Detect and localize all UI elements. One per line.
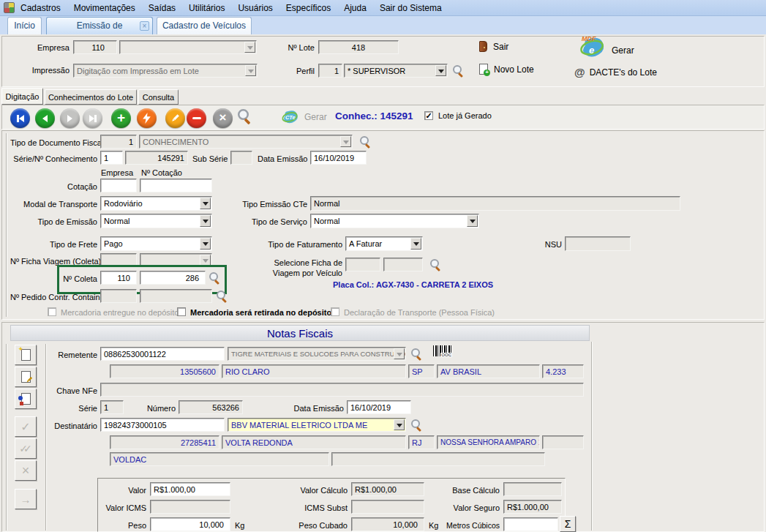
data-emissao-field[interactable]: 16/10/2019 bbox=[310, 151, 367, 165]
valor-icms-field bbox=[150, 500, 230, 514]
toolbar-search-icon[interactable] bbox=[238, 109, 252, 124]
nsu-label: NSU bbox=[527, 238, 562, 252]
nf-serie-field[interactable]: 1 bbox=[100, 400, 124, 414]
destinatario-search-icon[interactable] bbox=[411, 419, 423, 431]
tipo-faturamento-combobox[interactable]: A Faturar bbox=[345, 236, 423, 251]
dropdown-arrow-icon[interactable] bbox=[200, 215, 211, 227]
at-icon: @ bbox=[574, 66, 585, 78]
ficha-veiculo-search-icon[interactable] bbox=[430, 259, 442, 271]
placa-coleta-info: Placa Col.: AGX-7430 - CARRETA 2 EIXOS bbox=[333, 278, 493, 292]
first-record-button[interactable] bbox=[10, 108, 30, 128]
remetente-combobox[interactable]: TIGRE MATERIAIS E SOLUCOES PARA CONSTRUC… bbox=[228, 347, 406, 361]
tipo-documento-search-icon[interactable] bbox=[360, 136, 372, 148]
remetente-cnpj-field[interactable]: 08862530001122 bbox=[100, 347, 225, 361]
post-record-button[interactable] bbox=[137, 108, 157, 128]
destinatario-combobox[interactable]: BBV MATERIAL ELETRICO LTDA ME bbox=[228, 418, 406, 432]
coleta-numero-field[interactable]: 286 bbox=[140, 271, 206, 285]
serie-conhecimento-label: Série/Nº Conhecimento bbox=[10, 152, 97, 166]
tipo-servico-combobox[interactable]: Normal bbox=[310, 214, 479, 228]
mdfe-logo-icon: MDF e bbox=[577, 34, 607, 61]
sair-button[interactable]: Sair bbox=[479, 41, 508, 52]
impressao-combobox[interactable]: Digitação com Impressão em Lote bbox=[73, 64, 258, 78]
next-record-button[interactable] bbox=[60, 108, 80, 128]
tab-inicio[interactable]: Início bbox=[7, 17, 42, 34]
dropdown-arrow-icon[interactable] bbox=[244, 42, 255, 53]
valor-seguro-label: Valor Seguro bbox=[423, 501, 500, 515]
tipo-emissao-label: Tipo de Emissão bbox=[10, 215, 97, 229]
dropdown-arrow-icon[interactable] bbox=[200, 198, 211, 209]
empresa-code-field[interactable]: 110 bbox=[73, 40, 117, 54]
tab-emissao-conhecimentos[interactable]: Emissão de Conhecimentos × bbox=[46, 17, 153, 34]
last-record-button[interactable] bbox=[83, 108, 102, 128]
tipo-emissao-combobox[interactable]: Normal bbox=[100, 214, 212, 228]
barcode-icon[interactable]: OOC bbox=[433, 345, 452, 356]
menu-item-usuarios[interactable]: Usuários bbox=[238, 3, 272, 13]
tipo-documento-num-field[interactable]: 1 bbox=[100, 135, 137, 149]
sub-serie-label: Sub Série bbox=[192, 152, 228, 166]
dropdown-arrow-icon[interactable] bbox=[435, 65, 446, 76]
nsu-field[interactable] bbox=[565, 236, 631, 251]
valor-field[interactable]: R$1.000,00 bbox=[150, 482, 230, 496]
menu-item-ajuda[interactable]: Ajuda bbox=[344, 3, 367, 13]
declaracao-transporte-label: Declaração de Transporte (Pessoa Física) bbox=[344, 306, 495, 320]
nf-numero-field[interactable]: 563266 bbox=[179, 400, 243, 414]
dropdown-arrow-icon[interactable] bbox=[410, 238, 421, 250]
nf-data-emissao-field[interactable]: 16/10/2019 bbox=[347, 400, 411, 414]
menu-item-cadastros[interactable]: Cadastros bbox=[20, 3, 61, 13]
dropdown-arrow-icon[interactable] bbox=[340, 136, 351, 147]
menu-item-movimentacoes[interactable]: Movimentações bbox=[74, 3, 135, 13]
metros-cubicos-field[interactable] bbox=[503, 517, 558, 531]
pedido-container-search-icon[interactable] bbox=[217, 291, 228, 302]
dropdown-arrow-icon[interactable] bbox=[467, 215, 478, 227]
subtab-digitacao[interactable]: Digitação bbox=[1, 88, 43, 105]
gerar-cte-button[interactable]: CTe Gerar bbox=[279, 106, 334, 128]
destinatario-cnpj-field[interactable]: 19824373000105 bbox=[100, 418, 225, 432]
cte-logo-icon: CTe bbox=[279, 108, 300, 127]
ficha-veiculo-empresa-field[interactable] bbox=[345, 258, 380, 271]
nf-cancel-button: × bbox=[15, 460, 37, 481]
delete-record-button[interactable] bbox=[187, 108, 206, 128]
previous-record-button[interactable] bbox=[35, 108, 55, 128]
sub-serie-field[interactable] bbox=[230, 151, 252, 165]
tipo-frete-combobox[interactable]: Pago bbox=[100, 236, 212, 251]
modal-transporte-combobox[interactable]: Rodoviário bbox=[100, 196, 212, 211]
serie-field[interactable]: 1 bbox=[100, 151, 123, 165]
dropdown-arrow-icon[interactable] bbox=[200, 238, 211, 250]
cancel-record-button[interactable]: × bbox=[213, 108, 233, 128]
subtab-consulta[interactable]: Consulta bbox=[138, 89, 179, 105]
ficha-veiculo-numero-field[interactable] bbox=[383, 258, 423, 271]
novo-lote-button[interactable]: + Novo Lote bbox=[479, 64, 534, 75]
chave-nfe-field[interactable] bbox=[100, 383, 584, 397]
lote-ja-gerado-checkbox[interactable]: ✓ bbox=[424, 111, 433, 120]
sigma-button[interactable]: Σ bbox=[560, 516, 576, 532]
perfil-combobox[interactable]: * SUPERVISOR bbox=[344, 64, 448, 78]
numero-conhecimento-field[interactable]: 145291 bbox=[125, 151, 188, 165]
menu-item-sair-do-sistema[interactable]: Sair do Sistema bbox=[380, 3, 442, 13]
peso-field[interactable]: 10,000 bbox=[150, 517, 230, 531]
add-record-button[interactable]: + bbox=[111, 108, 131, 128]
dropdown-arrow-icon[interactable] bbox=[245, 65, 256, 76]
mercadoria-retirada-checkbox[interactable] bbox=[177, 307, 186, 316]
dropdown-arrow-icon[interactable] bbox=[394, 419, 405, 430]
cotacao-numero-field[interactable] bbox=[140, 179, 212, 192]
tipo-documento-combobox[interactable]: CONHECIMENTO bbox=[139, 135, 353, 149]
cotacao-empresa-field[interactable] bbox=[100, 179, 137, 192]
menu-item-saidas[interactable]: Saídas bbox=[149, 3, 176, 13]
coleta-empresa-field[interactable]: 110 bbox=[100, 271, 137, 285]
menu-item-utilitarios[interactable]: Utilitários bbox=[189, 3, 225, 13]
mercadoria-entregue-label: Mercadoria entregue no depósito bbox=[61, 306, 179, 320]
dacte-button[interactable]: @ DACTE's do Lote bbox=[574, 66, 657, 78]
dropdown-arrow-icon[interactable] bbox=[394, 348, 405, 359]
remetente-search-icon[interactable] bbox=[411, 348, 423, 360]
perfil-search-icon[interactable] bbox=[453, 65, 465, 77]
edit-record-button[interactable] bbox=[165, 108, 185, 128]
menu-item-especificos[interactable]: Específicos bbox=[286, 3, 331, 13]
tab-cadastro-veiculos[interactable]: Cadastro de Veículos bbox=[157, 17, 252, 34]
empresa-combobox[interactable] bbox=[119, 40, 257, 54]
subtab-conhecimentos-lote[interactable]: Conhecimentos do Lote bbox=[45, 89, 137, 105]
tab-close-icon[interactable]: × bbox=[140, 21, 149, 31]
coleta-search-icon[interactable] bbox=[209, 272, 221, 284]
lote-field[interactable]: 418 bbox=[318, 40, 399, 54]
perfil-num-field[interactable]: 1 bbox=[318, 64, 342, 78]
mdfe-gerar-button[interactable]: MDF e Gerar bbox=[577, 34, 664, 62]
